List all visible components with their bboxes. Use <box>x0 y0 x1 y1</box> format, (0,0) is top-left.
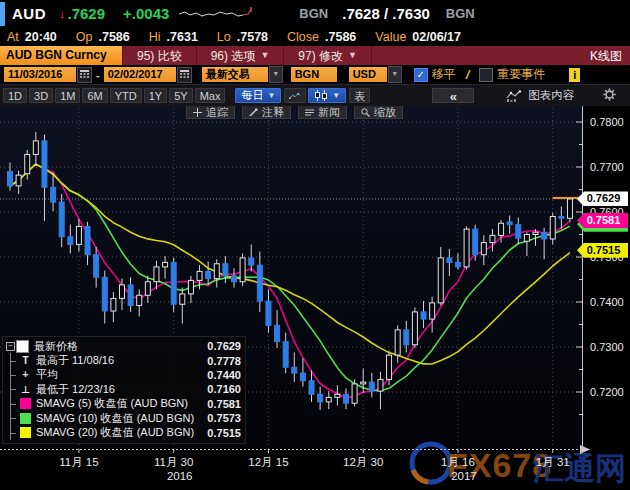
legend-swatch <box>20 413 31 424</box>
menu-item-3[interactable]: 97) 修改▼ <box>284 46 372 65</box>
quote-stat: Op.7586 <box>76 30 130 44</box>
stat-value: .7586 <box>98 30 129 44</box>
period-buttons: 1D3D1M6MYTD1Y5YMax <box>3 88 227 103</box>
tool-追踪[interactable]: 追踪 <box>186 105 235 119</box>
legend-swatch <box>20 398 31 409</box>
period-button-ytd[interactable]: YTD <box>110 88 142 103</box>
axis-price-badge: 0.7581 <box>577 213 628 228</box>
date-from-field[interactable]: 11/03/2016 <box>4 67 76 82</box>
stat-label: At <box>7 30 19 44</box>
legend-tree-line <box>10 425 20 439</box>
collapse-panel-button[interactable]: « <box>432 88 474 103</box>
period-button-1m[interactable]: 1M <box>55 88 80 103</box>
legend-label: SMAVG (5) 收盘值 (AUD BGN) <box>36 396 188 411</box>
function-menu-bar: AUD BGN Curncy 95) 比较96) 选项▼97) 修改▼ K线图 <box>0 46 630 65</box>
legend-row: SMAVG (20) 收盘值 (AUD BGN)0.7515 <box>5 425 241 439</box>
moving-average-checkbox[interactable]: ✓ <box>414 68 428 82</box>
currency-field[interactable]: USD <box>349 67 387 82</box>
legend-row: ⊥最低于 12/23/160.7160 <box>5 382 241 396</box>
menu-item-label: 96) 选项 <box>211 48 256 65</box>
legend-tree-line <box>10 382 20 396</box>
menu-item-2[interactable]: 96) 选项▼ <box>197 46 285 65</box>
cursor-bar <box>0 2 5 26</box>
period-button-max[interactable]: Max <box>195 88 226 103</box>
legend-tree-line <box>10 411 20 425</box>
chart-content-label: 图表内容 <box>528 88 574 103</box>
collapse-box-icon[interactable]: − <box>6 342 15 351</box>
legend-value: 0.7778 <box>207 355 241 367</box>
chart-filter-bar: 11/03/2016 - 02/02/2017 最新交易 ▾ BGN USD ▾… <box>0 65 630 84</box>
date-to-field[interactable]: 02/02/2017 <box>104 67 176 82</box>
legend-value: 0.7440 <box>207 369 241 381</box>
axis-price-badge: 0.7515 <box>577 243 628 258</box>
menu-item-1[interactable]: 95) 比较 <box>122 46 197 65</box>
pricing-source-right: BGN <box>446 6 475 21</box>
period-button-6m[interactable]: 6M <box>82 88 107 103</box>
security-tab[interactable]: AUD BGN Curncy <box>0 46 122 65</box>
trade-type-select[interactable]: 最新交易 <box>202 67 268 82</box>
pricing-source-field[interactable]: BGN <box>291 67 337 82</box>
legend-row: T最高于 11/08/160.7778 <box>5 353 241 367</box>
legend-tree-line <box>10 368 20 382</box>
legend-label: 最低于 12/23/16 <box>36 382 115 397</box>
menu-item-label: 97) 修改 <box>298 48 343 65</box>
svg-text:0.7800: 0.7800 <box>590 116 624 128</box>
tool-label: 新闻 <box>318 105 340 120</box>
stat-label: Value <box>375 30 406 44</box>
menu-item-label: 95) 比较 <box>137 48 182 65</box>
frequency-label: 每日 <box>241 88 263 103</box>
line-chart-type-button[interactable] <box>284 88 306 103</box>
key-events-checkbox[interactable] <box>479 68 493 82</box>
annotate-pencil-icon[interactable]: / <box>466 67 470 82</box>
chevron-down-icon: ▼ <box>267 91 275 100</box>
legend-label: 最高于 11/08/16 <box>36 353 114 368</box>
legend-row: SMAVG (10) 收盘值 (AUD BGN)0.7573 <box>5 411 241 425</box>
legend-label: 最新价格 <box>34 339 78 354</box>
chevron-down-icon: ▼ <box>348 48 357 65</box>
track-icon <box>193 108 202 117</box>
price-change: +.0043 <box>123 5 169 22</box>
zoom-icon <box>361 108 370 117</box>
legend-row: −最新价格0.7629 <box>5 339 241 353</box>
bid-ask-quote: .7628 / .7630 <box>342 5 430 22</box>
period-button-1y[interactable]: 1Y <box>144 88 167 103</box>
info-button[interactable]: i <box>569 68 580 82</box>
price-down-arrow-icon: ↓ <box>59 6 66 21</box>
svg-text:0.7300: 0.7300 <box>590 341 624 353</box>
legend-value: 0.7581 <box>207 398 241 410</box>
menu-items: 95) 比较96) 选项▼97) 修改▼ <box>122 46 372 65</box>
svg-text:12月 30: 12月 30 <box>343 456 383 468</box>
period-button-5y[interactable]: 5Y <box>169 88 192 103</box>
calendar-icon[interactable] <box>177 67 192 83</box>
quote-stat: Value02/06/17 <box>375 30 461 44</box>
legend-value: 0.7160 <box>207 383 241 395</box>
legend-value: 0.7515 <box>207 427 241 439</box>
tool-缩放[interactable]: 缩放 <box>354 105 403 119</box>
chart-view-label: K线图 <box>590 46 630 65</box>
svg-text:0.7400: 0.7400 <box>590 296 624 308</box>
chart-tools-bar: 追踪注释新闻缩放 <box>186 105 403 119</box>
period-button-3d[interactable]: 3D <box>29 88 53 103</box>
svg-text:12月 15: 12月 15 <box>248 456 288 468</box>
frequency-select[interactable]: 每日 ▼ <box>235 88 281 103</box>
svg-text:11月 30: 11月 30 <box>154 456 193 468</box>
chevron-down-icon[interactable]: ▾ <box>388 66 402 83</box>
chart-content-button[interactable]: 图表内容 <box>500 87 580 104</box>
quote-stat: Hi.7631 <box>149 30 198 44</box>
stat-value: 20:40 <box>25 30 57 44</box>
chevron-down-icon: ▼ <box>260 48 269 65</box>
table-view-button[interactable]: 表 <box>349 88 370 103</box>
chevron-down-icon[interactable]: ▾ <box>269 66 283 83</box>
axis-price-badge: 0.7629 <box>577 191 628 206</box>
tool-新闻[interactable]: 新闻 <box>298 105 347 119</box>
tool-注释[interactable]: 注释 <box>242 105 291 119</box>
gear-icon[interactable] <box>603 88 616 104</box>
legend-value: 0.7629 <box>207 340 241 352</box>
pricing-source-left: BGN <box>299 6 328 21</box>
quote-stat: Lo.7578 <box>217 30 268 44</box>
period-button-1d[interactable]: 1D <box>3 88 27 103</box>
stat-label: Op <box>76 30 93 44</box>
candlestick-type-button[interactable]: ▼ <box>308 88 346 103</box>
calendar-icon[interactable] <box>77 67 92 83</box>
annotate-icon <box>249 108 258 117</box>
